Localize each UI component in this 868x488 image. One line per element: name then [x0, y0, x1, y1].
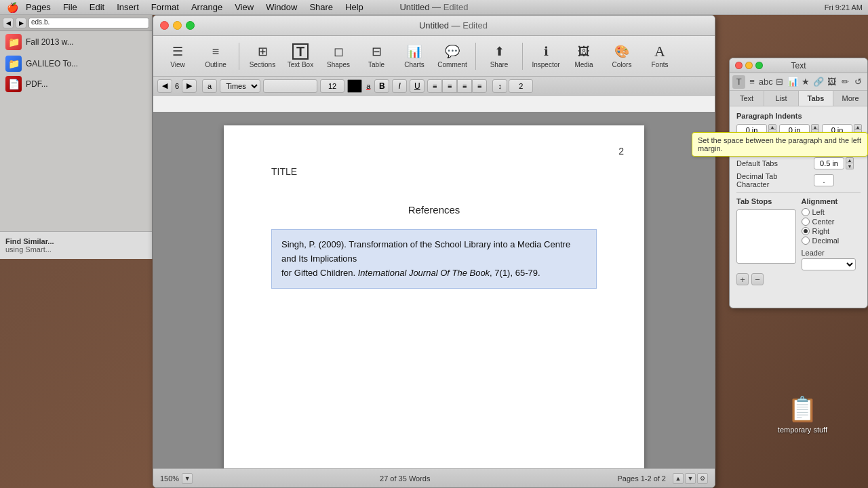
menu-edit[interactable]: Edit	[84, 0, 110, 15]
sidebar-item-galileo[interactable]: 📁 GALILEO To...	[0, 53, 152, 75]
radio-center-circle[interactable]	[802, 218, 810, 226]
toolbar-charts[interactable]: 📊 Charts	[397, 39, 432, 73]
menu-share[interactable]: Share	[304, 0, 338, 15]
toolbar-colors[interactable]: 🎨 Colors	[604, 39, 639, 73]
menu-pages[interactable]: Pages	[20, 0, 56, 15]
line-spacing-input[interactable]	[509, 79, 533, 93]
tab-more[interactable]: More	[833, 91, 867, 106]
menu-view[interactable]: View	[229, 0, 259, 15]
sidebar-item-pdf[interactable]: 📄 PDF...	[0, 75, 152, 94]
bold-button[interactable]: B	[374, 79, 389, 93]
sidebar-back-btn[interactable]: ◀	[3, 18, 14, 28]
settings-btn[interactable]: ⚙	[697, 473, 708, 484]
inspector-tb-link[interactable]: 🔗	[812, 75, 825, 89]
add-tab-stop-btn[interactable]: +	[736, 273, 749, 285]
page-title[interactable]: TITLE	[271, 166, 597, 177]
leader-select[interactable]	[802, 258, 856, 270]
add-remove-buttons: + −	[736, 273, 861, 285]
sidebar-item-fall2013[interactable]: 📁 Fall 2013 w...	[0, 31, 152, 53]
menu-insert[interactable]: Insert	[111, 0, 144, 15]
align-center-btn[interactable]: ≡	[442, 79, 457, 93]
menu-format[interactable]: Format	[146, 0, 184, 15]
indent-btn[interactable]: a	[202, 79, 217, 93]
font-select[interactable]: Times	[220, 79, 260, 93]
inspector-tb-star[interactable]: ★	[799, 75, 812, 89]
inspector-tb-chart[interactable]: 📊	[786, 75, 799, 89]
radio-center[interactable]: Center	[802, 218, 861, 226]
decimal-tab-input[interactable]	[814, 174, 834, 186]
toolbar-inspector[interactable]: ℹ Inspector	[528, 39, 564, 73]
reference-block[interactable]: Singh, P. (2009). Transformation of the …	[271, 229, 597, 289]
menu-window[interactable]: Window	[260, 0, 302, 15]
nav-prev-btn[interactable]: ◀	[157, 79, 172, 93]
inspector-max-btn[interactable]	[755, 62, 763, 69]
inspector-tb-abc[interactable]: abc	[759, 75, 773, 89]
radio-right-circle[interactable]	[802, 227, 810, 235]
inspector-close-btn[interactable]	[735, 62, 743, 69]
toolbar-table[interactable]: ⊟ Table	[359, 39, 394, 73]
indent-up-3[interactable]: ▲	[854, 124, 862, 130]
menu-file[interactable]: File	[58, 0, 83, 15]
default-tabs-down[interactable]: ▼	[846, 163, 854, 169]
doc-area[interactable]: 2 TITLE References Singh, P. (2009). Tra…	[153, 112, 715, 468]
radio-decimal[interactable]: Decimal	[802, 237, 861, 245]
default-tabs-up[interactable]: ▲	[846, 157, 854, 163]
outline-icon: ≡	[208, 43, 224, 60]
maximize-button[interactable]	[186, 21, 195, 30]
toolbar-textbox[interactable]: T Text Box	[283, 39, 318, 73]
tab-list[interactable]: List	[764, 91, 799, 106]
align-left-btn[interactable]: ≡	[427, 79, 442, 93]
menu-help[interactable]: Help	[340, 0, 369, 15]
tab-stops-area[interactable]	[736, 209, 796, 264]
menu-arrange[interactable]: Arrange	[186, 0, 228, 15]
underline-button[interactable]: U	[410, 79, 425, 93]
indent-up-1[interactable]: ▲	[768, 124, 776, 130]
minimize-button[interactable]	[173, 21, 182, 30]
inspector-tb-table[interactable]: ⊟	[773, 75, 786, 89]
page-up-btn[interactable]: ▲	[673, 473, 684, 484]
radio-left[interactable]: Left	[802, 208, 861, 216]
inspector-tb-pencil[interactable]: ✏	[838, 75, 851, 89]
align-justify-btn[interactable]: ≡	[472, 79, 487, 93]
desktop-item[interactable]: 📋 temporary stuff	[778, 395, 827, 434]
font-size-input[interactable]	[320, 79, 344, 93]
radio-decimal-circle[interactable]	[802, 237, 810, 245]
close-button[interactable]	[160, 21, 169, 30]
radio-right[interactable]: Right	[802, 227, 861, 235]
sidebar-forward-btn[interactable]: ▶	[16, 18, 26, 28]
toolbar-sections[interactable]: ⊞ Sections	[245, 39, 280, 73]
radio-left-label: Left	[812, 208, 825, 216]
radio-left-circle[interactable]	[802, 208, 810, 216]
inspector-tb-list[interactable]: ≡	[745, 75, 758, 89]
toolbar-fonts[interactable]: A Fonts	[642, 39, 677, 73]
references-heading[interactable]: References	[271, 204, 597, 216]
toolbar-view[interactable]: ☰ View	[160, 39, 195, 73]
tab-text[interactable]: Text	[730, 91, 764, 106]
apple-menu[interactable]: 🍎	[5, 2, 19, 13]
sidebar-url-field[interactable]: eds.b.	[28, 18, 149, 28]
default-tabs-input[interactable]	[814, 157, 844, 169]
indent-up-2[interactable]: ▲	[811, 124, 819, 130]
zoom-down-btn[interactable]: ▼	[182, 473, 193, 484]
page-down-btn[interactable]: ▼	[685, 473, 696, 484]
text-color-box[interactable]	[347, 79, 362, 93]
text-style-a[interactable]: a	[365, 82, 372, 90]
toolbar-outline[interactable]: ≡ Outline	[198, 39, 233, 73]
align-right-btn[interactable]: ≡	[457, 79, 472, 93]
italic-button[interactable]: I	[392, 79, 407, 93]
inspector-titlebar: Text	[730, 58, 867, 73]
toolbar-share[interactable]: ⬆ Share	[481, 39, 517, 73]
find-similar-label[interactable]: Find Similar...	[5, 237, 147, 245]
inspector-min-btn[interactable]	[745, 62, 753, 69]
font-style-input[interactable]	[263, 79, 317, 93]
inspector-tb-image[interactable]: 🖼	[825, 75, 838, 89]
toolbar-media[interactable]: 🖼 Media	[566, 39, 601, 73]
toolbar-shapes[interactable]: ◻ Shapes	[321, 39, 356, 73]
remove-tab-stop-btn[interactable]: −	[751, 273, 764, 285]
toolbar-comment[interactable]: 💬 Comment	[435, 39, 470, 73]
tab-tabs[interactable]: Tabs	[799, 91, 833, 106]
nav-next-btn[interactable]: ▶	[182, 79, 197, 93]
line-spacing-btn[interactable]: ↕	[492, 79, 507, 93]
inspector-tb-refresh[interactable]: ↺	[852, 75, 865, 89]
inspector-tb-text[interactable]: T	[732, 75, 745, 89]
